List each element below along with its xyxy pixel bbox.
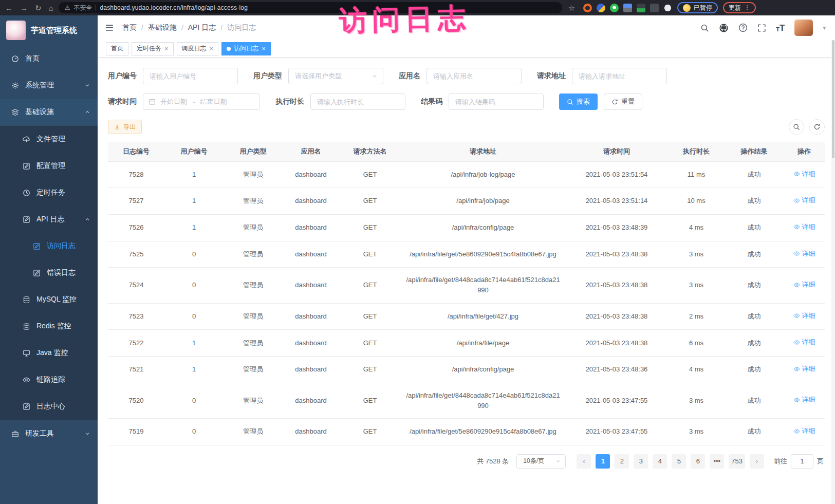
search-button[interactable]: 搜索: [559, 94, 598, 110]
page-button-6[interactable]: 6: [691, 454, 705, 469]
back-icon[interactable]: ←: [5, 4, 13, 12]
detail-link[interactable]: 详细: [793, 395, 815, 405]
tab-scheduled-tasks[interactable]: 定时任务 ×: [132, 42, 174, 55]
sidebar-item-config-management[interactable]: 配置管理: [0, 153, 98, 179]
hamburger-menu-icon[interactable]: [105, 23, 114, 32]
breadcrumb-api-log[interactable]: API 日志: [188, 23, 216, 32]
sidebar-item-error-log[interactable]: 错误日志: [0, 259, 98, 286]
detail-link[interactable]: 详细: [793, 195, 815, 206]
active-dot-icon: [227, 47, 231, 51]
date-range-picker[interactable]: 开始日期 ~ 结束日期: [143, 94, 260, 110]
duration-label: 执行时长: [275, 97, 304, 106]
access-log-table: 日志编号 用户编号 用户类型 应用名 请求方法名 请求地址 请求时间 执行时长 …: [108, 142, 825, 445]
home-icon[interactable]: ⌂: [49, 4, 53, 12]
close-icon[interactable]: ×: [164, 45, 169, 52]
page-button-4[interactable]: 4: [653, 454, 667, 469]
breadcrumb-infrastructure[interactable]: 基础设施: [148, 23, 177, 32]
page-button-1[interactable]: 1: [596, 454, 610, 469]
address-bar[interactable]: ⚠ 不安全 dashboard.yudao.iocoder.cn/infra/l…: [59, 2, 562, 13]
user-id-input[interactable]: [143, 68, 238, 84]
page-button-2[interactable]: 2: [615, 454, 629, 469]
table-mini-actions: [789, 119, 825, 135]
fullscreen-icon[interactable]: [757, 24, 766, 32]
extension-green-icon[interactable]: [610, 4, 619, 12]
user-avatar[interactable]: [794, 20, 813, 36]
page-button-5[interactable]: 5: [672, 454, 686, 469]
browser-menu-icon[interactable]: ⋮: [744, 4, 750, 11]
profile-paused-chip[interactable]: 已暂停: [677, 2, 718, 13]
close-icon[interactable]: ×: [262, 45, 266, 52]
col-app-name: 应用名: [283, 142, 339, 161]
sidebar-item-file-management[interactable]: 文件管理: [0, 126, 98, 153]
refresh-table-button[interactable]: [809, 119, 825, 135]
sidebar-item-dev-tools[interactable]: 研发工具: [0, 420, 98, 447]
sidebar-item-api-log[interactable]: API 日志: [0, 206, 98, 233]
sidebar-logo[interactable]: 芋道管理系统: [0, 15, 98, 45]
bookmark-star-icon[interactable]: ☆: [568, 4, 575, 12]
export-button[interactable]: 导出: [108, 120, 142, 134]
next-page-button[interactable]: ›: [750, 454, 764, 469]
avatar-caret-icon[interactable]: ▾: [823, 25, 826, 31]
app-name-input[interactable]: [426, 68, 522, 84]
toggle-search-button[interactable]: [789, 119, 804, 135]
database-icon: [23, 296, 30, 304]
prev-page-button[interactable]: ‹: [577, 454, 591, 469]
font-size-icon[interactable]: TT: [776, 24, 785, 32]
scrollbar-thumb[interactable]: [832, 40, 834, 158]
sidebar-item-java-monitor[interactable]: Java 监控: [0, 340, 98, 366]
extension-translate-icon[interactable]: [637, 4, 645, 12]
github-icon[interactable]: [719, 23, 729, 33]
sidebar-item-link-tracing[interactable]: 链路追踪: [0, 366, 98, 393]
reload-icon[interactable]: ↻: [35, 4, 42, 12]
detail-link[interactable]: 详细: [793, 364, 815, 374]
table-row: 75230管理员dashboardGET/api/infra/file/get/…: [108, 303, 825, 330]
page-button-3[interactable]: 3: [634, 454, 648, 469]
detail-link[interactable]: 详细: [793, 426, 815, 436]
extension-puzzle-icon[interactable]: [663, 4, 672, 12]
help-icon[interactable]: [738, 23, 748, 32]
tab-home[interactable]: 首页: [106, 42, 128, 55]
col-user-id: 用户编号: [164, 142, 224, 161]
forward-icon[interactable]: →: [20, 4, 28, 12]
goto-label: 前往: [774, 457, 787, 466]
search-icon[interactable]: [700, 24, 709, 32]
extension-orange-icon[interactable]: [583, 4, 592, 12]
sidebar-item-label: 文件管理: [36, 135, 65, 144]
result-code-input[interactable]: [449, 94, 544, 110]
goto-page-input[interactable]: [791, 454, 813, 469]
sidebar-item-label: 错误日志: [47, 268, 76, 277]
close-icon[interactable]: ×: [210, 45, 214, 52]
tab-access-log[interactable]: 访问日志 ×: [221, 42, 271, 55]
detail-link[interactable]: 详细: [793, 337, 815, 347]
sidebar-item-home[interactable]: 首页: [0, 45, 98, 72]
page-button-last[interactable]: 753: [729, 454, 745, 469]
detail-link[interactable]: 详细: [793, 311, 815, 321]
extension-shield-icon[interactable]: [597, 4, 605, 12]
sidebar-item-access-log[interactable]: 访问日志: [0, 233, 98, 259]
more-pages-button[interactable]: •••: [710, 454, 724, 469]
page-size-select[interactable]: 10条/页: [516, 454, 566, 469]
sidebar-item-infrastructure[interactable]: 基础设施: [0, 99, 98, 125]
detail-link[interactable]: 详细: [793, 169, 815, 179]
detail-link[interactable]: 详细: [793, 249, 815, 259]
extension-dark-icon[interactable]: [650, 4, 659, 12]
sidebar-item-system[interactable]: 系统管理: [0, 72, 98, 99]
sidebar-item-scheduled-tasks[interactable]: 定时任务: [0, 179, 98, 206]
browser-update-button[interactable]: 更新 ⋮: [723, 2, 756, 13]
sidebar-item-redis-monitor[interactable]: Redis 监控: [0, 313, 98, 340]
sidebar-item-log-center[interactable]: 日志中心: [0, 393, 98, 420]
request-url-input[interactable]: [572, 68, 667, 84]
reset-button[interactable]: 重置: [604, 94, 642, 110]
detail-link[interactable]: 详细: [793, 222, 815, 232]
scrollbar[interactable]: [831, 40, 835, 504]
extension-puzzle-color-icon[interactable]: [623, 4, 632, 12]
user-type-select[interactable]: 请选择用户类型: [288, 68, 383, 84]
breadcrumb-separator: /: [181, 24, 183, 32]
tab-schedule-log[interactable]: 调度日志 ×: [177, 42, 219, 55]
sidebar-item-label: 配置管理: [36, 161, 65, 171]
detail-link[interactable]: 详细: [793, 279, 815, 290]
field-result-code: 结果码: [421, 94, 544, 110]
duration-input[interactable]: [310, 94, 405, 110]
sidebar-item-mysql-monitor[interactable]: MySQL 监控: [0, 286, 98, 313]
breadcrumb-home[interactable]: 首页: [122, 23, 137, 32]
